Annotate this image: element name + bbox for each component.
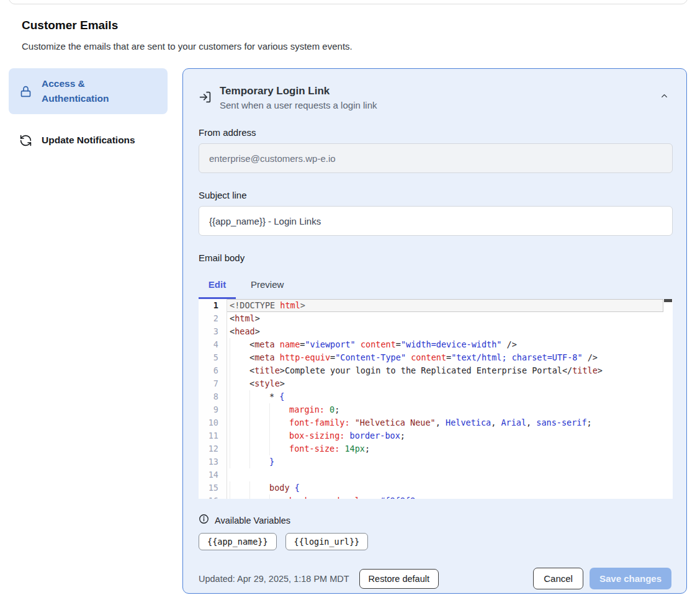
subject-line-input[interactable] <box>199 206 673 236</box>
code-line: 15body { <box>199 481 663 494</box>
line-number: 14 <box>199 468 227 481</box>
line-number: 4 <box>199 338 227 351</box>
indent-guide <box>230 364 249 377</box>
indent-guide <box>249 494 269 499</box>
indent-guide <box>249 416 269 429</box>
line-number: 12 <box>199 442 227 455</box>
indent-guide <box>230 338 249 351</box>
from-address-label: From address <box>199 127 671 138</box>
code-line: 16background-color: #f8f8f8; <box>199 494 663 499</box>
sidebar-item-access-authentication[interactable]: Access & Authentication <box>9 68 168 114</box>
sidebar-item-update-notifications[interactable]: Update Notifications <box>9 125 168 155</box>
email-body-tabs: Edit Preview <box>199 279 671 299</box>
cancel-button[interactable]: Cancel <box>533 568 583 589</box>
variable-chip[interactable]: {{app_name}} <box>199 533 277 550</box>
line-number: 15 <box>199 481 227 494</box>
collapse-section-button[interactable] <box>657 89 671 105</box>
code-line: 14 <box>199 468 663 481</box>
sidebar-item-label: Access & Authentication <box>42 76 121 106</box>
code-editor-lines: 1<!DOCTYPE html>2<html>3<head>4<meta nam… <box>199 299 663 499</box>
line-number: 5 <box>199 351 227 364</box>
chevron-up-icon <box>660 93 669 102</box>
code-line: 3<head> <box>199 325 663 338</box>
editor-scrollbar-thumb[interactable] <box>664 299 672 302</box>
indent-guide <box>249 390 269 403</box>
line-number: 3 <box>199 325 227 338</box>
variable-chips: {{app_name}}{{login_url}} <box>199 533 671 550</box>
code-line: 8* { <box>199 390 663 403</box>
indent-guide <box>269 429 289 442</box>
indent-guide <box>230 429 249 442</box>
line-number: 11 <box>199 429 227 442</box>
panel-header: Temporary Login Link Sent when a user re… <box>199 85 671 110</box>
code-line: 10font-family: "Helvetica Neue", Helveti… <box>199 416 663 429</box>
code-line: 1<!DOCTYPE html> <box>199 299 663 312</box>
indent-guide <box>269 494 289 499</box>
panel-footer: Updated: Apr 29, 2025, 1:18 PM MDT Resto… <box>199 568 671 589</box>
from-address-input[interactable] <box>199 143 673 173</box>
indent-guide <box>230 377 249 390</box>
available-variables-label: Available Variables <box>215 516 290 525</box>
code-line: 12font-size: 14px; <box>199 442 663 455</box>
code-line: 6<title>Complete your login to the Repli… <box>199 364 663 377</box>
code-line: 9margin: 0; <box>199 403 663 416</box>
indent-guide <box>230 403 249 416</box>
log-in-icon <box>199 91 212 106</box>
panel-title: Temporary Login Link <box>220 85 377 97</box>
save-changes-button[interactable]: Save changes <box>590 568 671 589</box>
indent-guide <box>230 351 249 364</box>
page-subtitle: Customize the emails that are sent to yo… <box>22 41 352 51</box>
restore-default-button[interactable]: Restore default <box>359 569 439 589</box>
updated-timestamp: Updated: Apr 29, 2025, 1:18 PM MDT <box>199 574 349 584</box>
line-number: 2 <box>199 312 227 325</box>
indent-guide <box>249 429 269 442</box>
variable-chip[interactable]: {{login_url}} <box>285 533 369 550</box>
line-number: 7 <box>199 377 227 390</box>
tab-edit[interactable]: Edit <box>199 279 236 299</box>
line-number: 16 <box>199 494 227 499</box>
indent-guide <box>230 390 249 403</box>
email-settings-panel: Temporary Login Link Sent when a user re… <box>182 68 687 594</box>
indent-guide <box>230 416 249 429</box>
code-line: 4<meta name="viewport" content="width=de… <box>199 338 663 351</box>
line-number: 8 <box>199 390 227 403</box>
indent-guide <box>269 416 289 429</box>
panel-subtitle: Sent when a user requests a login link <box>220 100 377 110</box>
refresh-icon <box>19 133 32 147</box>
indent-guide <box>269 403 289 416</box>
page-title: Customer Emails <box>22 19 118 32</box>
code-line: 5<meta http-equiv="Content-Type" content… <box>199 351 663 364</box>
sidebar: Access & Authentication Update Notificat… <box>9 68 168 155</box>
line-number: 13 <box>199 455 227 468</box>
code-editor[interactable]: 1<!DOCTYPE html>2<html>3<head>4<meta nam… <box>199 299 673 499</box>
line-number: 6 <box>199 364 227 377</box>
indent-guide <box>249 481 269 494</box>
indent-guide <box>230 455 249 468</box>
sidebar-item-label: Update Notifications <box>42 135 135 146</box>
info-icon <box>199 514 209 527</box>
indent-guide <box>230 494 249 499</box>
code-line: 7<style> <box>199 377 663 390</box>
indent-guide <box>269 442 289 455</box>
editor-scrollbar[interactable] <box>663 299 673 499</box>
code-line: 2<html> <box>199 312 663 325</box>
code-line: 11box-sizing: border-box; <box>199 429 663 442</box>
indent-guide <box>230 481 249 494</box>
subject-line-label: Subject line <box>199 190 671 200</box>
code-line: 13} <box>199 455 663 468</box>
lock-icon <box>19 84 32 98</box>
indent-guide <box>249 455 269 468</box>
tab-preview[interactable]: Preview <box>251 279 284 299</box>
line-number: 1 <box>199 299 227 312</box>
indent-guide <box>249 403 269 416</box>
line-number: 10 <box>199 416 227 429</box>
indent-guide <box>230 442 249 455</box>
previous-section-card-edge <box>9 0 688 4</box>
indent-guide <box>249 442 269 455</box>
available-variables-row: Available Variables <box>199 514 671 527</box>
email-body-label: Email body <box>199 253 671 263</box>
line-number: 9 <box>199 403 227 416</box>
